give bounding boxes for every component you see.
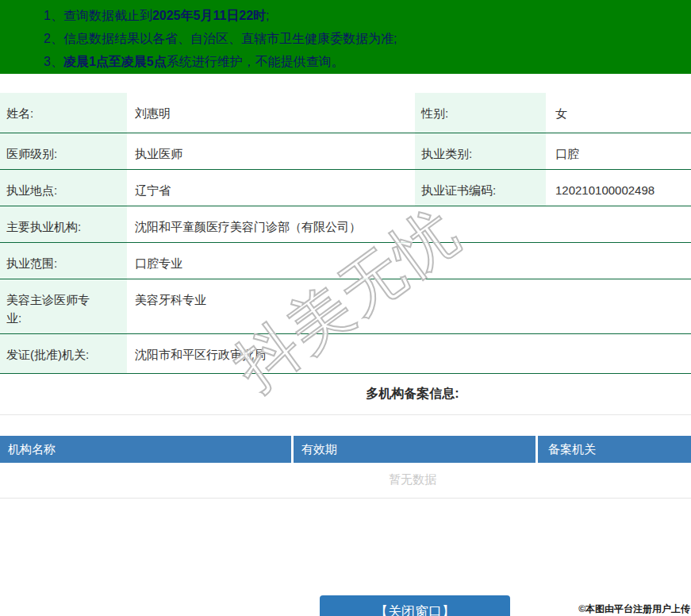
main-org-label: 主要执业机构: [0,206,127,242]
certificate-number-value: 120210100002498 [546,170,691,206]
notice-number: 3、 [44,55,63,68]
notice-text: 系统进行维护，不能提供查询。 [167,55,344,68]
notice-line-3: 3、凌晨1点至凌晨5点系统进行维护，不能提供查询。 [44,50,683,73]
org-table-header-org-name: 机构名称 [0,436,294,463]
org-table-header-valid-period: 有效期 [294,436,538,463]
notice-line-1: 1、查询数据截止到2025年5月11日22时; [44,4,683,27]
notice-line-2: 2、信息数据结果以各省、自治区、直辖市卫生健康委数据为准; [44,27,683,50]
info-row-level-category: 医师级别: 执业医师 执业类别: 口腔 [0,133,691,170]
info-row-issuer: 发证(批准)机关: 沈阳市和平区行政审批局 [0,334,691,374]
practice-place-label: 执业地点: [0,170,127,206]
gender-value: 女 [546,93,691,133]
info-row-scope: 执业范围: 口腔专业 [0,243,691,279]
issuing-authority-value: 沈阳市和平区行政审批局 [127,334,691,373]
info-row-main-org: 主要执业机构: 沈阳和平童颜医疗美容门诊部（有限公司） [0,206,691,243]
multi-org-section-title: 多机构备案信息: [135,386,690,402]
section-divider [0,414,691,415]
info-row-place-cert: 执业地点: 辽宁省 执业证书编码: 120210100002498 [0,170,691,206]
table-bottom-divider [0,498,691,499]
notice-text: 信息数据结果以各省、自治区、直辖市卫生健康委数据为准; [63,32,397,45]
cosmetic-specialty-value: 美容牙科专业 [127,279,691,333]
doctor-level-label: 医师级别: [0,133,127,169]
certificate-number-label: 执业证书编码: [415,170,546,206]
practitioner-info-table: 姓名: 刘惠明 性别: 女 医师级别: 执业医师 执业类别: 口腔 执业地点: … [0,93,691,374]
copyright-notice: ©本图由平台注册用户上传 [578,603,690,616]
notice-text: ; [266,9,269,22]
name-value: 刘惠明 [127,93,415,133]
gender-label: 性别: [415,93,546,133]
cosmetic-specialty-label: 美容主诊医师专业: [0,279,127,333]
org-table-header-registration-authority: 备案机关 [538,436,691,463]
practice-scope-value: 口腔专业 [127,243,691,279]
issuing-authority-label: 发证(批准)机关: [0,334,127,373]
close-window-button[interactable]: 【关闭窗口】 [320,595,510,616]
notice-text-bold: 凌晨1点至凌晨5点 [63,55,167,68]
notice-number: 2、 [44,32,63,45]
practice-scope-label: 执业范围: [0,243,127,279]
notice-banner: 1、查询数据截止到2025年5月11日22时; 2、信息数据结果以各省、自治区、… [0,0,691,74]
info-row-name-gender: 姓名: 刘惠明 性别: 女 [0,93,691,133]
org-table-empty-message: 暂无数据 [135,463,690,498]
notice-text-bold: 2025年5月11日22时 [152,9,266,22]
notice-text: 查询数据截止到 [63,9,152,22]
doctor-level-value: 执业医师 [127,133,415,169]
notice-number: 1、 [44,9,63,22]
name-label: 姓名: [0,93,127,133]
main-org-value: 沈阳和平童颜医疗美容门诊部（有限公司） [127,206,691,242]
practice-category-label: 执业类别: [415,133,546,169]
org-table-header-row: 机构名称 有效期 备案机关 [0,436,691,463]
practice-category-value: 口腔 [546,133,691,169]
info-row-cosmetic-specialty: 美容主诊医师专业: 美容牙科专业 [0,279,691,334]
practice-place-value: 辽宁省 [127,170,415,206]
